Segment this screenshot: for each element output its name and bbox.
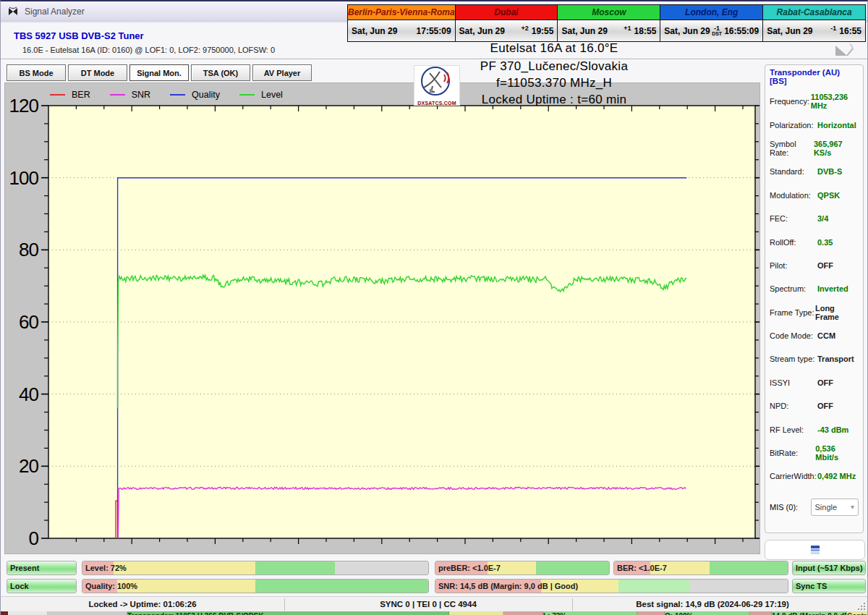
legend-item-quality: Quality: [170, 90, 220, 100]
ber-label: BER: <1.0E-7: [617, 561, 667, 574]
transponder-row: Symbol Rate:365,967 KS/s: [770, 137, 859, 160]
resize-grip[interactable]: [856, 601, 865, 610]
transponder-row: RollOff:0.35: [770, 230, 859, 253]
clock-date: Sat, Jun 29: [561, 26, 624, 36]
transponder-row-value: 11053,236 MHz: [811, 93, 859, 110]
meter-segment-green: [255, 580, 428, 593]
svg-text:120: 120: [9, 95, 39, 116]
app-satellite-icon: [7, 6, 19, 17]
preber-bar: preBER: <1.0E-7: [435, 561, 610, 575]
clock-city-label: Rabat-Casablanca: [763, 5, 865, 20]
tab-av-player[interactable]: AV Player: [252, 64, 312, 81]
tuner-details: 16.0E - Eutelsat 16A (ID: 0160) @ LOF1: …: [22, 46, 275, 54]
sliver-segment: Q: 100%: [665, 611, 750, 615]
svg-text:20: 20: [19, 455, 38, 477]
transponder-row: Modulation:QPSK: [770, 184, 859, 207]
meter-segment-green: [536, 561, 609, 574]
legend-swatch-level: [239, 94, 255, 96]
mis-dropdown[interactable]: Single ▾: [811, 499, 859, 516]
sliver-segment: [8, 611, 48, 615]
ber-bar: BER: <1.0E-7: [613, 561, 788, 575]
transponder-row-value: QPSK: [817, 191, 840, 200]
transponder-row-value: 365,967 KS/s: [814, 140, 859, 157]
tuner-name: TBS 5927 USB DVB-S2 Tuner: [14, 30, 144, 41]
clock-berlin-paris-vienna-roma: Berlin-Paris-Vienna-RomaSat, Jun 2917:55…: [347, 4, 456, 42]
chevron-down-icon: ▾: [851, 503, 854, 511]
clock-time: 19:55: [532, 26, 554, 36]
sliver-segment: L: 72%: [543, 611, 637, 615]
preber-label: preBER: <1.0E-7: [438, 561, 501, 574]
transponder-row: ISSYIOFF: [770, 371, 859, 394]
clock-city-label: Moscow: [558, 5, 660, 20]
clock-time-row: Sat, Jun 2917:55:09: [348, 20, 455, 41]
transponder-title: Transponder (AU) [BS]: [770, 68, 859, 85]
clock-time-row: Sat, Jun 29+219:55: [456, 20, 558, 41]
stacked-bars-icon: [809, 545, 821, 555]
transponder-row: Standard:DVB-S: [770, 160, 859, 183]
legend-swatch-ber: [50, 94, 65, 96]
meter-segment-lightgreen: [618, 580, 689, 593]
meter-segment-gray: [335, 561, 428, 574]
svg-text:60: 60: [19, 311, 38, 333]
sliver-segment: [1, 611, 8, 615]
overlay-satellite-name: Eutelsat 16A at 16.0°E: [395, 41, 713, 56]
quality-label: Quality: 100%: [85, 580, 137, 593]
clock-time: 16:55: [839, 26, 861, 36]
meter-segment-green: [255, 561, 335, 574]
clock-rabat-casablanca: Rabat-CasablancaSat, Jun 29-116:55: [762, 4, 866, 42]
signal-chart-panel: BERSNRQualityLevel 020406080100120: [4, 82, 760, 554]
transponder-row: Frame Type:Long Frame: [770, 301, 859, 324]
legend-swatch-quality: [170, 94, 185, 96]
snr-bar: SNR: 14,5 dB (Margin: 9,0 dB | Good): [435, 579, 788, 593]
transponder-row: Spectrum:Inverted: [770, 277, 859, 300]
mode-tabs: BS ModeDT ModeSignal Mon.TSA (OK)AV Play…: [7, 64, 312, 81]
transponder-row-label: Polarization:: [770, 121, 817, 130]
lock-label: Lock: [10, 580, 29, 593]
present-bar: Present: [7, 561, 77, 575]
transponder-row-label: CarrierWidth:: [770, 472, 817, 480]
transponder-row-label: Frequency:: [770, 97, 811, 106]
transponder-row: RF Level:-43 dBm: [770, 417, 859, 441]
statusbar-sync: SYNC 0 | TEI 0 | CC 4944: [284, 597, 572, 612]
svg-text:40: 40: [19, 383, 38, 405]
syncts-label: Sync TS: [796, 580, 827, 593]
clock-offset-value: -1: [714, 26, 720, 31]
level-bar: Level: 72%: [82, 561, 429, 575]
clock-dst-label: DST: [712, 31, 722, 36]
input-label: Input (~517 Kbps): [796, 561, 863, 574]
transponder-row-label: BitRate:: [770, 449, 815, 457]
transponder-row-label: Pilot:: [770, 261, 817, 270]
transponder-row: Pilot:OFF: [770, 254, 859, 277]
transponder-row-label: RF Level:: [770, 425, 817, 434]
transponder-row-label: Code Mode:: [770, 331, 817, 340]
tab-signal-mon-[interactable]: Signal Mon.: [129, 64, 189, 81]
sliver-segment: 14,9 dB (Margin 9,0 dB | Good): [772, 611, 847, 615]
meter-segment-yellow: [114, 561, 255, 574]
clock-date: Sat, Jun 29: [459, 26, 522, 36]
transponder-row-value: OFF: [817, 402, 833, 410]
clock-date: Sat, Jun 29: [664, 26, 712, 36]
legend-item-level: Level: [239, 90, 283, 100]
clock-time-row: Sat, Jun 29-1DST16:55:09: [660, 20, 762, 41]
tab-dt-mode[interactable]: DT Mode: [68, 64, 127, 81]
present-label: Present: [10, 561, 39, 574]
legend-label: BER: [72, 90, 90, 100]
clock-dubai: DubaiSat, Jun 29+219:55: [455, 4, 558, 42]
mis-dropdown-value: Single: [815, 503, 838, 512]
mis-row: MIS (0): Single ▾: [770, 499, 859, 516]
meter-segment-gray: [689, 580, 788, 593]
transponder-row-value: Transport: [817, 355, 854, 363]
clock-london-eng: London, EngSat, Jun 29-1DST16:55:09: [660, 4, 763, 42]
lock-bar: Lock: [7, 579, 77, 593]
clock-utc-offset: +2: [521, 25, 528, 32]
clock-city-label: London, Eng: [660, 5, 762, 20]
transponder-groupbox: Transponder (AU) [BS] Frequency:11053,23…: [765, 64, 864, 533]
clock-time: 17:55:09: [417, 26, 451, 36]
transponder-row-value: 0.35: [817, 238, 833, 247]
panel-button[interactable]: [765, 540, 865, 560]
legend-item-snr: SNR: [110, 90, 150, 100]
tab-tsa-ok-[interactable]: TSA (OK): [191, 64, 250, 81]
tab-bs-mode[interactable]: BS Mode: [7, 64, 66, 81]
watermark-dish-icon: [833, 41, 857, 59]
transponder-row-label: Standard:: [770, 167, 817, 176]
